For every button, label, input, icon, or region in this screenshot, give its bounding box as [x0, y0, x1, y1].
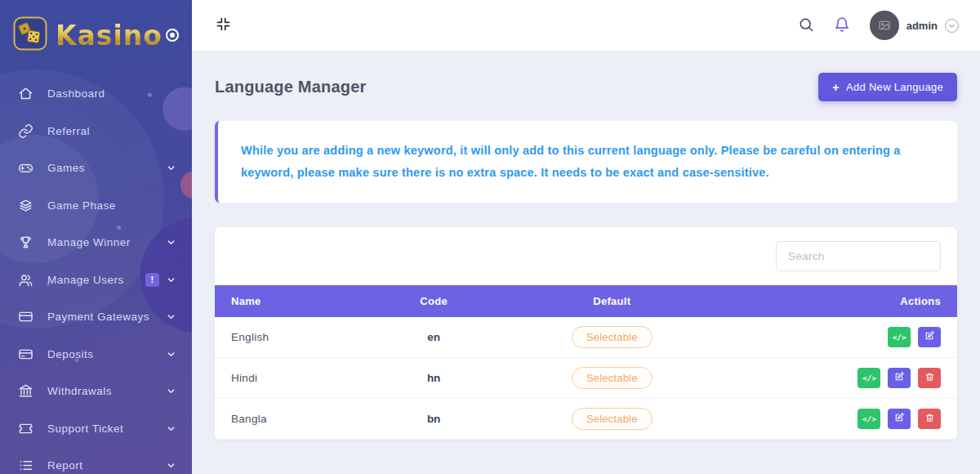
sidebar-item-referral[interactable]: Referral: [0, 113, 192, 150]
sidebar-item-games[interactable]: Games: [0, 150, 192, 187]
edit-button[interactable]: [888, 368, 911, 388]
sidebar-item-label: Game Phase: [47, 199, 116, 212]
edit-icon: [894, 413, 904, 425]
page-header: Language Manager + Add New Language: [215, 73, 957, 101]
user-menu[interactable]: admin: [870, 11, 959, 40]
wallet-icon: [18, 347, 33, 362]
sidebar-item-label: Referral: [47, 125, 90, 137]
chevron-down-icon: [167, 461, 176, 470]
bell-icon: [834, 16, 850, 35]
delete-button[interactable]: [918, 368, 941, 388]
edit-button[interactable]: [888, 409, 911, 429]
keywords-button[interactable]: </>: [858, 368, 880, 388]
sidebar-item-label: Deposits: [47, 348, 94, 360]
code-icon: </>: [862, 373, 876, 382]
sidebar-item-label: Report: [47, 459, 83, 472]
edit-button[interactable]: [918, 327, 941, 347]
chevron-down-icon: [167, 163, 176, 172]
language-code: hn: [371, 357, 497, 398]
sidebar-item-support-ticket[interactable]: Support Ticket: [0, 410, 192, 448]
main-area: admin Language Manager + Add New Languag…: [192, 0, 980, 474]
sidebar-item-game-phase[interactable]: Game Phase: [0, 187, 192, 225]
language-name: Bangla: [215, 398, 371, 439]
column-header-default: Default: [497, 285, 727, 317]
chevron-down-icon: [167, 238, 176, 247]
delete-button[interactable]: [918, 409, 941, 429]
trophy-icon: [18, 235, 33, 250]
sidebar-item-label: Withdrawals: [47, 385, 112, 397]
column-header-actions: Actions: [727, 285, 957, 317]
trash-icon: [925, 413, 934, 425]
collapse-sidebar-button[interactable]: [215, 16, 232, 35]
sidebar-item-dashboard[interactable]: Dashboard: [0, 75, 192, 113]
notification-badge: !: [145, 273, 159, 287]
language-name: English: [215, 317, 371, 358]
table-row: Bangla bn Selectable </>: [215, 398, 957, 439]
sidebar-item-deposits[interactable]: Deposits: [0, 336, 192, 373]
keywords-button[interactable]: </>: [858, 409, 880, 429]
sidebar-nav: Dashboard Referral Games Game Phase Mana…: [0, 69, 192, 474]
search-input[interactable]: [776, 241, 941, 271]
sidebar-item-label: Support Ticket: [47, 423, 123, 435]
language-table: Name Code Default Actions English en Sel…: [215, 285, 957, 440]
chevron-down-icon: [167, 387, 176, 396]
sidebar-toggle-icon[interactable]: [166, 29, 179, 42]
page-title: Language Manager: [215, 78, 366, 96]
user-menu-chevron-icon: [945, 19, 959, 33]
sidebar-item-manage-users[interactable]: Manage Users !: [0, 262, 192, 299]
info-alert: While you are adding a new keyword, it w…: [215, 121, 957, 203]
chevron-down-icon: [167, 350, 176, 359]
column-header-name: Name: [215, 285, 371, 317]
add-new-language-button[interactable]: + Add New Language: [818, 73, 957, 101]
home-icon: [18, 86, 33, 101]
keywords-button[interactable]: </>: [888, 327, 911, 347]
gamepad-icon: [18, 160, 33, 176]
chevron-down-icon: [167, 312, 176, 321]
user-name: admin: [906, 20, 938, 32]
sidebar-item-label: Dashboard: [47, 87, 105, 100]
language-name: Hindi: [215, 357, 371, 398]
language-table-card: Name Code Default Actions English en Sel…: [215, 227, 957, 440]
sidebar-item-label: Manage Users: [47, 274, 124, 286]
chevron-down-icon: [167, 424, 176, 433]
sidebar-item-withdrawals[interactable]: Withdrawals: [0, 373, 192, 410]
ticket-icon: [18, 421, 33, 436]
sidebar: Kasino Dashboard Referral Games Game Pha…: [0, 0, 192, 474]
sidebar-item-label: Games: [47, 162, 85, 174]
report-list-icon: [18, 458, 33, 473]
users-icon: [18, 272, 33, 288]
sidebar-item-label: Payment Gateways: [47, 311, 149, 323]
language-code: bn: [371, 398, 497, 439]
add-button-label: Add New Language: [846, 81, 943, 93]
plus-icon: +: [832, 81, 840, 93]
sidebar-item-payment-gateways[interactable]: Payment Gateways: [0, 298, 192, 336]
trash-icon: [925, 372, 934, 384]
edit-icon: [924, 331, 934, 343]
selectable-badge[interactable]: Selectable: [572, 408, 653, 430]
compress-icon: [215, 16, 232, 35]
brand-name: Kasino: [56, 20, 163, 51]
content: Language Manager + Add New Language Whil…: [192, 51, 980, 474]
search-icon: [798, 16, 814, 35]
avatar: [870, 11, 899, 40]
alert-text: While you are adding a new keyword, it w…: [241, 144, 901, 179]
layers-icon: [18, 198, 33, 213]
notifications-button[interactable]: [834, 16, 850, 35]
code-icon: </>: [893, 333, 906, 342]
table-row: Hindi hn Selectable </>: [215, 357, 957, 398]
link-icon: [18, 123, 33, 139]
sidebar-item-report[interactable]: Report: [0, 447, 192, 474]
table-toolbar: [215, 227, 957, 285]
dice-logo-icon: [13, 16, 47, 54]
edit-icon: [894, 372, 904, 384]
table-row: English en Selectable </>: [215, 317, 957, 358]
language-code: en: [371, 317, 497, 358]
selectable-badge[interactable]: Selectable: [572, 326, 653, 348]
chevron-down-icon: [167, 275, 176, 284]
brand-logo[interactable]: Kasino: [0, 0, 192, 69]
topbar: admin: [192, 0, 980, 51]
sidebar-item-manage-winner[interactable]: Manage Winner: [0, 224, 192, 262]
bank-icon: [18, 383, 33, 399]
selectable-badge[interactable]: Selectable: [572, 367, 653, 389]
search-button[interactable]: [798, 16, 814, 35]
